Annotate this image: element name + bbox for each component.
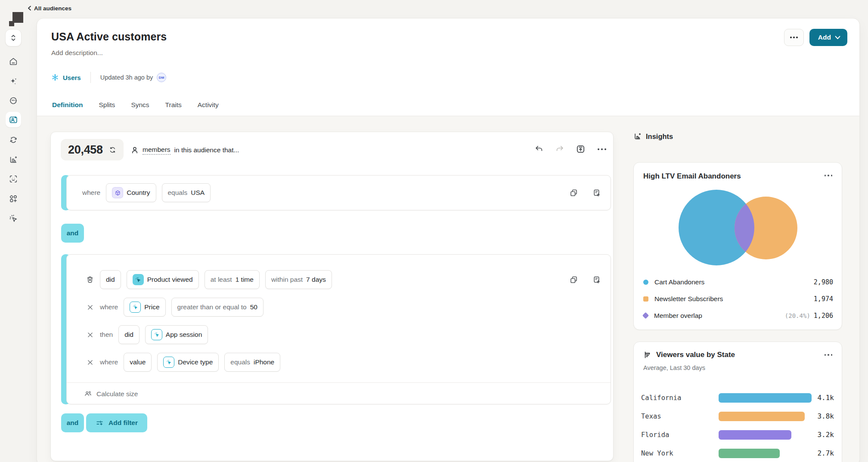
event-cursor-icon	[133, 274, 144, 285]
legend-label: Member overlap	[654, 312, 702, 320]
breadcrumb[interactable]: All audiences	[28, 3, 71, 13]
insights-chart-icon	[633, 132, 642, 141]
sidebar-item-integrations[interactable]	[0, 191, 27, 206]
did-button[interactable]: did	[100, 270, 121, 289]
refresh-icon[interactable]	[109, 146, 116, 154]
more-actions-button[interactable]	[784, 29, 804, 46]
legend-marker-circle	[643, 280, 648, 285]
tab-syncs[interactable]: Syncs	[130, 99, 150, 116]
bar-row: New York 2.7k	[641, 444, 834, 462]
field-label: Country	[127, 189, 150, 197]
sidebar-item-audiences[interactable]	[0, 112, 27, 127]
duplicate-icon[interactable]	[569, 275, 578, 284]
remove-condition-icon[interactable]	[86, 359, 94, 366]
card-menu-icon[interactable]	[824, 172, 834, 179]
tab-traits[interactable]: Traits	[164, 99, 183, 116]
bar-fill	[719, 449, 780, 458]
sidebar-item-home[interactable]	[0, 54, 27, 69]
tab-splits[interactable]: Splits	[98, 99, 116, 116]
event-button-app-session[interactable]: App session	[145, 325, 208, 344]
sidebar-item-syncs[interactable]	[0, 132, 27, 148]
avatar[interactable]: DM	[157, 73, 166, 82]
and-connector[interactable]: and	[61, 224, 84, 243]
field-button-country[interactable]: Country	[106, 183, 156, 202]
duplicate-icon[interactable]	[569, 188, 578, 197]
bar-row: California 4.1k	[641, 388, 834, 407]
definition-canvas: 20,458 members in this audience that...	[37, 116, 859, 462]
sidebar-item-journeys[interactable]	[0, 93, 27, 108]
description-placeholder[interactable]: Add description...	[51, 49, 103, 57]
journey-circle-play-icon	[9, 96, 18, 105]
legend-pct: (20.4%)	[785, 312, 810, 319]
window-op: within past	[271, 276, 303, 283]
sidebar-item-identity-resolution[interactable]	[0, 171, 27, 187]
builder-more-icon[interactable]	[597, 147, 607, 152]
event-label: Product viewed	[147, 276, 193, 283]
bar-fill	[719, 393, 812, 403]
logo-square-small-icon	[9, 21, 14, 26]
cursor-sparkle-icon	[9, 214, 18, 223]
remove-condition-icon[interactable]	[86, 331, 94, 339]
bar-label: Texas	[641, 413, 719, 420]
add-filter-button[interactable]: Add filter	[86, 413, 147, 432]
sidebar-item-analytics[interactable]	[0, 152, 27, 167]
tab-activity[interactable]: Activity	[197, 99, 220, 116]
face-scan-icon	[9, 174, 18, 184]
remove-condition-icon[interactable]	[86, 304, 94, 311]
delete-event-icon[interactable]	[86, 275, 94, 284]
condition-card: where Country equals USA	[66, 175, 611, 210]
sparkles-icon	[9, 77, 18, 86]
legend-label: Newsletter Subscribers	[654, 295, 723, 303]
event-row: did Product viewed at least 1 time	[86, 269, 611, 290]
field-label: Device type	[178, 358, 213, 366]
property-cube-icon	[112, 187, 123, 198]
time-window-button[interactable]: within past 7 days	[265, 270, 332, 289]
app-logo[interactable]	[6, 8, 24, 27]
tab-definition[interactable]: Definition	[51, 99, 84, 116]
members-link[interactable]: members	[143, 146, 170, 155]
operator-button-country[interactable]: equals USA	[162, 183, 211, 202]
bar-label: California	[641, 394, 719, 402]
undo-icon[interactable]	[534, 145, 544, 154]
sidebar-item-copilot[interactable]	[0, 211, 27, 226]
field-button-device-type[interactable]: Device type	[157, 353, 219, 372]
sidebar-item-ai-assistant[interactable]	[0, 74, 27, 89]
field-label: Price	[144, 303, 159, 311]
save-as-template-icon[interactable]	[592, 188, 601, 197]
and-connector-bottom[interactable]: and	[61, 413, 84, 432]
operator-value: iPhone	[254, 358, 274, 366]
members-suffix: in this audience that...	[174, 146, 239, 154]
save-template-icon[interactable]	[576, 144, 586, 154]
person-icon	[131, 146, 139, 154]
frequency-button[interactable]: at least 1 time	[205, 270, 260, 289]
subcondition-row-price: where Price greater than or equal to	[86, 297, 611, 317]
source-chip[interactable]: Users	[51, 74, 81, 81]
field-button-price[interactable]: Price	[124, 298, 165, 317]
save-as-template-icon[interactable]	[592, 275, 601, 284]
condition-prefix: then	[100, 331, 113, 339]
operator-label: greater than or equal to	[177, 303, 247, 311]
value-button[interactable]: value	[124, 353, 152, 372]
card-menu-icon[interactable]	[824, 351, 834, 358]
shapes-plus-icon	[9, 194, 18, 203]
operator-button-price[interactable]: greater than or equal to 50	[171, 298, 264, 317]
redo-icon[interactable]	[555, 145, 564, 154]
bar-row: Florida 3.2k	[641, 425, 834, 444]
insight-card-venn: High LTV Email Abandoners Cart Abandoner…	[633, 162, 842, 330]
add-button[interactable]: Add	[809, 29, 847, 46]
operator-button-device[interactable]: equals iPhone	[224, 353, 280, 372]
venn-diagram	[634, 186, 843, 272]
add-button-label: Add	[818, 34, 831, 41]
bar-chart-plus-icon	[9, 155, 18, 164]
frequency-op: at least	[211, 276, 232, 283]
did-button[interactable]: did	[118, 325, 140, 344]
event-button-product-viewed[interactable]: Product viewed	[127, 270, 199, 289]
bar-label: Florida	[641, 431, 719, 439]
workspace-switcher-button[interactable]	[5, 29, 22, 46]
calculate-size-button[interactable]: Calculate size	[67, 382, 611, 405]
people-icon	[84, 390, 92, 398]
legend-value: 2,980	[814, 278, 833, 286]
condition-group-card: did Product viewed at least 1 time	[61, 254, 611, 404]
subcondition-row-device-type: where value Device type equals	[86, 352, 611, 373]
filter-icon	[96, 419, 104, 427]
